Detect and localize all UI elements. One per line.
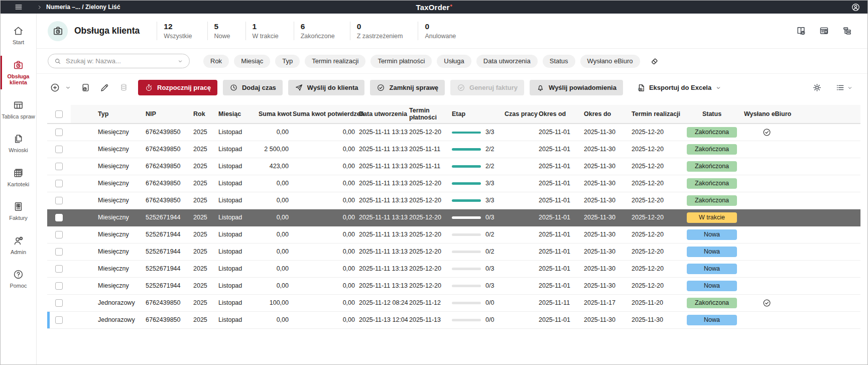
cell-etap: 2/2 — [450, 158, 503, 175]
column-header-status[interactable]: Status — [682, 105, 742, 124]
stat-nowe[interactable]: 5 Nowe — [207, 22, 245, 40]
add-time-button[interactable]: Dodaj czas — [223, 80, 283, 95]
filter-chip-usluga[interactable]: Usługa — [437, 55, 471, 68]
row-checkbox[interactable] — [55, 129, 63, 136]
close-case-button[interactable]: Zamknij sprawę — [370, 80, 445, 95]
column-header-okres-do[interactable]: Okres do — [582, 105, 630, 124]
column-header-etap[interactable]: Etap — [450, 105, 503, 124]
sidebar-item-wnioski[interactable]: Wnioski — [1, 132, 36, 155]
row-checkbox[interactable] — [55, 197, 63, 204]
row-checkbox[interactable] — [55, 180, 63, 187]
start-work-button[interactable]: Rozpocznij pracę — [138, 80, 217, 95]
column-header-typ[interactable]: Typ — [96, 105, 144, 124]
stat-zakonczone[interactable]: 6 Zakończone — [294, 22, 350, 40]
cell-rok: 2025 — [191, 158, 216, 175]
table-row[interactable]: Jednorazowy 6762439850 2025 Listopad 100… — [47, 294, 860, 311]
table-row[interactable]: Miesięczny 5252671944 2025 Listopad 0,00… — [47, 243, 860, 260]
column-header-wyslano-ebiuro[interactable]: Wysłano eBiuro — [742, 105, 791, 124]
row-checkbox[interactable] — [55, 231, 63, 238]
sidebar-item-kartoteki[interactable]: Kartoteki — [1, 166, 36, 189]
filter-chip-wyslano-ebiuro[interactable]: Wysłano eBiuro — [580, 55, 640, 68]
table-row[interactable]: Miesięczny 6762439850 2025 Listopad 0,00… — [47, 192, 860, 209]
account-icon[interactable] — [851, 3, 860, 12]
send-notifications-button[interactable]: Wyślij powiadomienia — [530, 80, 623, 95]
cell-termin-realizacji: 2025-11-30 — [630, 311, 682, 328]
table-row[interactable]: Miesięczny 6762439850 2025 Listopad 0,00… — [47, 124, 860, 141]
filter-chip-typ[interactable]: Typ — [275, 55, 300, 68]
column-header-termin-realizacji[interactable]: Termin realizacji — [630, 105, 682, 124]
cell-nip: 5252671944 — [144, 226, 191, 243]
search-input[interactable]: Szukaj w: Nazwa... — [48, 54, 190, 68]
send-to-client-button[interactable]: Wyślij do klienta — [288, 80, 365, 95]
clear-filters-button[interactable] — [650, 56, 660, 66]
card-clock-icon — [80, 82, 91, 93]
stat-w-trakcie[interactable]: 1 W trakcie — [245, 22, 294, 40]
filter-chip-status[interactable]: Status — [543, 55, 575, 68]
column-header-miesiac[interactable]: Miesiąc — [216, 105, 257, 124]
table-row[interactable]: Miesięczny 6762439850 2025 Listopad 423,… — [47, 158, 860, 175]
row-checkbox[interactable] — [55, 316, 63, 324]
table-row[interactable]: Miesięczny 5252671944 2025 Listopad 0,00… — [47, 260, 860, 277]
checkbox-cell — [47, 124, 71, 141]
hierarchy-view-button[interactable] — [842, 26, 852, 36]
column-header-nip[interactable]: NIP — [144, 105, 191, 124]
row-checkbox[interactable] — [55, 248, 63, 256]
row-checkbox[interactable] — [55, 146, 63, 153]
search-scope-chevron-icon[interactable] — [177, 58, 184, 65]
sidebar-item-faktury[interactable]: Faktury — [1, 199, 36, 223]
sidebar-item-tablica-spraw[interactable]: Tablica spraw — [1, 98, 36, 121]
hamburger-menu-button[interactable] — [1, 2, 37, 12]
sidebar-item-start[interactable]: Start — [1, 24, 36, 47]
column-header-rok[interactable]: Rok — [191, 105, 216, 124]
filter-chip-rok[interactable]: Rok — [203, 55, 229, 68]
stat-wszystkie[interactable]: 12 Wszystkie — [157, 22, 207, 40]
stage-progress-bar — [452, 165, 481, 168]
case-from-template-button[interactable] — [80, 82, 91, 93]
cell-termin-realizacji: 2025-12-20 — [630, 226, 682, 243]
help-guide-button[interactable] — [796, 26, 806, 36]
cell-okres-do: 2025-11-30 — [582, 277, 630, 294]
row-checkbox[interactable] — [55, 163, 63, 170]
settings-button[interactable] — [812, 82, 822, 93]
sidebar-item-obsluga-klienta[interactable]: Obsługa klienta — [1, 58, 36, 87]
filter-chip-termin-platnosci[interactable]: Termin płatności — [370, 55, 432, 68]
column-header-data-utworzenia[interactable]: Data utworzenia — [357, 105, 407, 124]
breadcrumb[interactable]: Numeria –... / Zielony Liść — [37, 4, 120, 11]
stat-z-zastrzezeniem[interactable]: 0 Z zastrzeżeniem — [350, 22, 418, 40]
filter-chip-miesiac[interactable]: Miesiąc — [234, 55, 270, 68]
filter-chip-data-utworzenia[interactable]: Data utworzenia — [476, 55, 538, 68]
logo-dot — [450, 5, 452, 7]
sidebar-item-admin[interactable]: Admin — [1, 233, 36, 257]
column-header-czas-pracy[interactable]: Czas pracy — [503, 105, 537, 124]
column-settings-button[interactable] — [835, 83, 853, 92]
cell-czas-pracy — [503, 124, 537, 141]
cell-status: Nowa — [682, 243, 742, 260]
cell-nip: 5252671944 — [144, 260, 191, 277]
row-checkbox[interactable] — [55, 282, 63, 290]
row-checkbox[interactable] — [55, 214, 63, 221]
column-header-termin-platnosci[interactable]: Termin płatności — [407, 105, 450, 124]
column-header-suma-kwot[interactable]: Suma kwot — [257, 105, 291, 124]
table-row[interactable]: Miesięczny 5252671944 2025 Listopad 0,00… — [47, 277, 860, 294]
summary-panel-button[interactable] — [819, 26, 829, 36]
row-checkbox[interactable] — [55, 299, 63, 307]
edit-button[interactable] — [99, 82, 110, 93]
table-row[interactable]: Miesięczny 5252671944 2025 Listopad 0,00… — [47, 209, 860, 226]
add-case-menu-button[interactable] — [64, 84, 72, 91]
table-row[interactable]: Jednorazowy 6762439850 2025 Listopad 0,0… — [47, 311, 860, 328]
stat-anulowane[interactable]: 0 Anulowane — [418, 22, 471, 40]
table-row[interactable]: Miesięczny 5252671944 2025 Listopad 0,00… — [47, 226, 860, 243]
status-badge: Nowa — [687, 229, 737, 240]
column-header-suma-kwot-potwierdzen[interactable]: Suma kwot potwierdzeń — [291, 105, 357, 124]
column-header-okres-od[interactable]: Okres od — [537, 105, 582, 124]
filter-chip-termin-realizacji[interactable]: Termin realizacji — [305, 55, 365, 68]
select-all-checkbox[interactable] — [55, 110, 63, 118]
table-row[interactable]: Miesięczny 6762439850 2025 Listopad 0,00… — [47, 175, 860, 192]
sidebar-item-pomoc[interactable]: Pomoc — [1, 267, 36, 291]
row-checkbox[interactable] — [55, 265, 63, 273]
add-case-button[interactable] — [50, 82, 60, 93]
table-row[interactable]: Miesięczny 6762439850 2025 Listopad 2 50… — [47, 141, 860, 158]
export-excel-button[interactable]: XLSX Eksportuj do Excela — [630, 80, 728, 95]
pencil-icon — [99, 82, 110, 93]
app-logo: TaxOrder — [416, 3, 452, 12]
